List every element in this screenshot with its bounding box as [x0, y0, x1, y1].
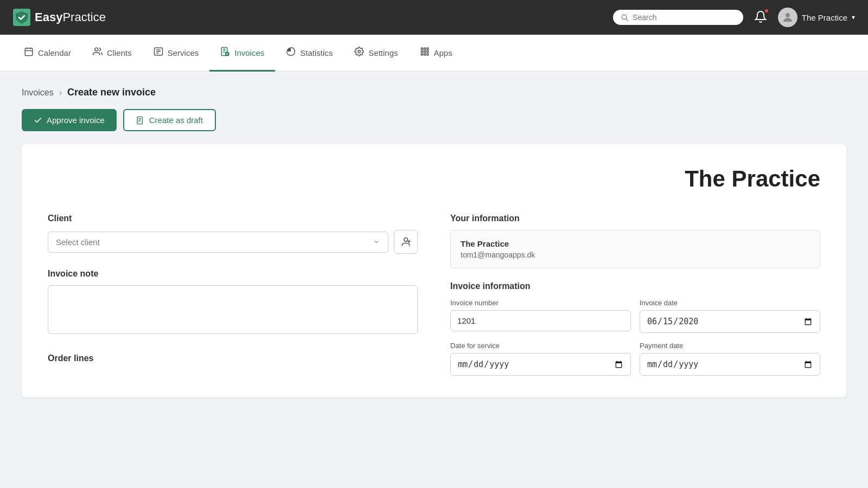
- invoice-number-group: Invoice number: [450, 299, 631, 333]
- svg-rect-21: [426, 50, 428, 52]
- calendar-icon: [24, 47, 34, 59]
- search-input[interactable]: [633, 13, 736, 22]
- statistics-label: Statistics: [300, 48, 333, 57]
- date-service-label: Date for service: [450, 342, 631, 350]
- your-info-label: Your information: [450, 214, 820, 223]
- create-draft-button[interactable]: Create as draft: [123, 109, 216, 131]
- svg-rect-22: [421, 53, 423, 55]
- subnav: Calendar Clients Services Invoices Stati…: [0, 35, 868, 72]
- search-icon: [621, 13, 628, 22]
- apps-icon: [420, 47, 430, 59]
- clients-icon: [93, 47, 103, 59]
- sidebar-item-invoices[interactable]: Invoices: [209, 35, 275, 72]
- svg-rect-24: [426, 53, 428, 55]
- checkmark-icon: [34, 116, 42, 125]
- svg-point-15: [358, 50, 361, 53]
- sidebar-item-services[interactable]: Services: [143, 35, 210, 72]
- sidebar-item-settings[interactable]: Settings: [343, 35, 409, 72]
- chevron-down-icon: ▾: [852, 14, 855, 21]
- invoice-note-label: Invoice note: [48, 269, 418, 279]
- invoice-header: The Practice: [48, 166, 820, 192]
- user-area[interactable]: The Practice ▾: [778, 8, 855, 27]
- services-icon: [154, 47, 163, 59]
- page-content: Invoices › Create new invoice Approve in…: [0, 72, 868, 413]
- svg-point-3: [786, 13, 790, 17]
- clients-label: Clients: [107, 48, 132, 57]
- svg-rect-17: [424, 48, 425, 49]
- date-service-input[interactable]: [450, 353, 631, 376]
- payment-date-input[interactable]: [640, 353, 820, 376]
- add-person-icon: [400, 236, 411, 247]
- invoice-left: Client Select client Invoice note Order …: [48, 214, 418, 376]
- invoice-card: The Practice Client Select client: [22, 144, 846, 397]
- services-label: Services: [168, 48, 199, 57]
- invoice-fields-grid: Invoice number Invoice date Date for ser…: [450, 299, 820, 376]
- invoice-date-input[interactable]: [640, 310, 820, 333]
- apps-label: Apps: [434, 48, 452, 57]
- svg-rect-19: [421, 50, 423, 52]
- breadcrumb-parent[interactable]: Invoices: [22, 88, 54, 98]
- order-lines-title: Order lines: [48, 354, 418, 363]
- breadcrumb-separator: ›: [59, 88, 62, 98]
- invoice-info-title: Invoice information: [450, 281, 820, 291]
- client-select-row: Select client: [48, 230, 418, 254]
- avatar: [778, 8, 797, 27]
- payment-date-group: Payment date: [640, 342, 820, 376]
- invoices-icon: [220, 47, 230, 59]
- svg-point-29: [404, 238, 408, 242]
- approve-invoice-button[interactable]: Approve invoice: [22, 109, 117, 131]
- invoice-date-group: Invoice date: [640, 299, 820, 333]
- your-info-email: tom1@mangoapps.dk: [461, 251, 810, 259]
- invoice-number-input[interactable]: [450, 310, 631, 331]
- topbar: EasyPractice The Practice ▾: [0, 0, 868, 35]
- invoice-number-label: Invoice number: [450, 299, 631, 307]
- sidebar-item-statistics[interactable]: Statistics: [275, 35, 343, 72]
- notification-badge: [764, 8, 769, 14]
- invoice-date-label: Invoice date: [640, 299, 820, 307]
- sidebar-item-apps[interactable]: Apps: [409, 35, 463, 72]
- notification-button[interactable]: [752, 8, 769, 27]
- your-info-box: The Practice tom1@mangoapps.dk: [450, 230, 820, 268]
- calendar-label: Calendar: [38, 48, 71, 57]
- add-client-button[interactable]: [394, 230, 418, 254]
- payment-date-label: Payment date: [640, 342, 820, 350]
- date-service-group: Date for service: [450, 342, 631, 376]
- search-bar[interactable]: [613, 10, 743, 25]
- client-label: Client: [48, 214, 418, 223]
- user-name: The Practice: [802, 13, 847, 22]
- invoice-note-textarea[interactable]: [48, 285, 418, 334]
- svg-rect-18: [426, 48, 428, 49]
- invoice-body: Client Select client Invoice note Order …: [48, 214, 820, 376]
- logo-icon: [13, 9, 30, 26]
- breadcrumb-current: Create new invoice: [67, 87, 156, 98]
- chevron-down-icon: [373, 238, 380, 246]
- invoice-right: Your information The Practice tom1@mango…: [450, 214, 820, 376]
- logo-area: EasyPractice: [13, 9, 604, 26]
- breadcrumb: Invoices › Create new invoice: [22, 87, 846, 98]
- invoice-practice-title: The Practice: [48, 166, 820, 192]
- statistics-icon: [286, 47, 296, 59]
- svg-line-2: [626, 19, 628, 21]
- approve-label: Approve invoice: [47, 115, 105, 125]
- settings-label: Settings: [368, 48, 398, 57]
- svg-rect-20: [424, 50, 425, 52]
- your-info-name: The Practice: [461, 239, 810, 248]
- settings-icon: [354, 47, 364, 59]
- svg-rect-23: [424, 53, 425, 55]
- svg-rect-16: [421, 48, 423, 49]
- logo-text: EasyPractice: [35, 10, 106, 24]
- client-select[interactable]: Select client: [56, 237, 373, 247]
- draft-label: Create as draft: [149, 115, 203, 125]
- svg-point-8: [95, 48, 98, 51]
- invoices-label: Invoices: [234, 48, 264, 57]
- sidebar-item-calendar[interactable]: Calendar: [13, 35, 82, 72]
- sidebar-item-clients[interactable]: Clients: [82, 35, 143, 72]
- action-buttons: Approve invoice Create as draft: [22, 109, 846, 131]
- draft-icon: [136, 116, 145, 125]
- client-dropdown[interactable]: Select client: [48, 232, 388, 253]
- svg-rect-4: [25, 48, 33, 56]
